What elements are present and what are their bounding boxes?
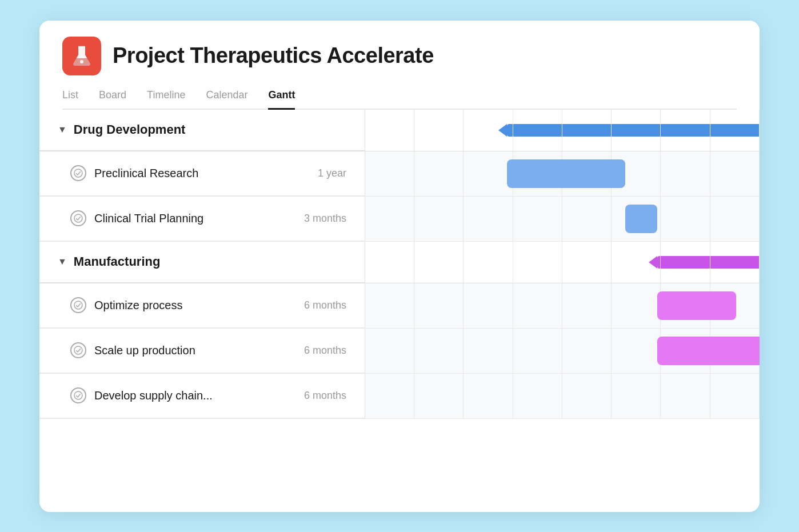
checkmark-clinical	[74, 214, 83, 223]
task-duration-scaleup: 6 months	[283, 345, 346, 357]
check-icon-optimize	[70, 297, 86, 313]
task-duration-optimize: 6 months	[283, 299, 346, 311]
gantt-group-bar-drug	[507, 124, 760, 137]
row-supply: Develop supply chain... 6 months	[39, 374, 760, 419]
flask-icon	[70, 45, 93, 67]
tab-timeline[interactable]: Timeline	[147, 89, 185, 110]
arrow-pointer-drug	[498, 124, 507, 137]
group-label-mfg: Manufacturing	[74, 254, 161, 269]
task-name-clinical: Clinical Trial Planning	[94, 212, 203, 225]
row-group-drug-development: ▼ Drug Development	[39, 110, 760, 151]
svg-point-0	[80, 60, 83, 63]
task-preclinical: Preclinical Research 1 year	[39, 151, 365, 196]
task-duration-clinical: 3 months	[283, 213, 346, 225]
svg-point-4	[74, 346, 82, 354]
app-card: Project Therapeutics Accelerate List Boa…	[39, 21, 760, 512]
row-optimize: Optimize process 6 months	[39, 283, 760, 329]
tab-calendar[interactable]: Calendar	[206, 89, 247, 110]
checkmark-optimize	[74, 301, 83, 310]
task-scaleup: Scale up production 6 months	[39, 329, 365, 373]
svg-point-3	[74, 301, 82, 309]
chevron-down-icon: ▼	[58, 125, 67, 135]
task-duration-supply: 6 months	[283, 390, 346, 402]
tab-gantt[interactable]: Gantt	[268, 89, 295, 110]
gantt-view: ▼ Drug Development	[39, 110, 760, 512]
row-group-manufacturing: ▼ Manufacturing	[39, 242, 760, 283]
task-duration-preclinical: 1 year	[283, 167, 346, 179]
arrow-pointer-mfg	[649, 256, 657, 269]
project-title: Project Therapeutics Accelerate	[113, 43, 434, 68]
task-name-preclinical: Preclinical Research	[94, 167, 198, 180]
task-name-scaleup: Scale up production	[94, 344, 195, 357]
check-icon-preclinical	[70, 165, 86, 181]
header: Project Therapeutics Accelerate List Boa…	[39, 21, 760, 110]
svg-point-5	[74, 391, 82, 399]
checkmark-scaleup	[74, 346, 83, 355]
check-icon-clinical	[70, 210, 86, 226]
check-icon-scaleup	[70, 342, 86, 358]
task-clinical: Clinical Trial Planning 3 months	[39, 197, 365, 241]
task-supply: Develop supply chain... 6 months	[39, 374, 365, 418]
svg-point-2	[74, 214, 82, 222]
gantt-bar-clinical	[625, 205, 657, 233]
gantt-bar-preclinical	[507, 159, 625, 188]
group-manufacturing: ▼ Manufacturing	[39, 242, 365, 283]
tab-board[interactable]: Board	[99, 89, 126, 110]
task-optimize: Optimize process 6 months	[39, 283, 365, 328]
chevron-down-icon-mfg: ▼	[58, 257, 67, 267]
check-icon-supply	[70, 387, 86, 403]
tab-list[interactable]: List	[62, 89, 78, 110]
gantt-bar-optimize	[657, 291, 736, 320]
gantt-group-bar-mfg	[657, 256, 760, 269]
row-scaleup: Scale up production 6 months	[39, 329, 760, 374]
nav-tabs: List Board Timeline Calendar Gantt	[62, 89, 737, 110]
header-top: Project Therapeutics Accelerate	[62, 37, 737, 75]
gantt-bar-scaleup	[657, 337, 760, 365]
checkmark-preclinical	[74, 169, 83, 178]
svg-point-1	[74, 169, 82, 177]
app-logo	[62, 37, 101, 75]
group-label-drug: Drug Development	[74, 122, 186, 137]
row-clinical: Clinical Trial Planning 3 months	[39, 197, 760, 242]
row-preclinical: Preclinical Research 1 year	[39, 151, 760, 197]
checkmark-supply	[74, 391, 83, 400]
group-drug-development: ▼ Drug Development	[39, 110, 365, 151]
task-name-optimize: Optimize process	[94, 299, 183, 312]
task-name-supply: Develop supply chain...	[94, 389, 213, 402]
